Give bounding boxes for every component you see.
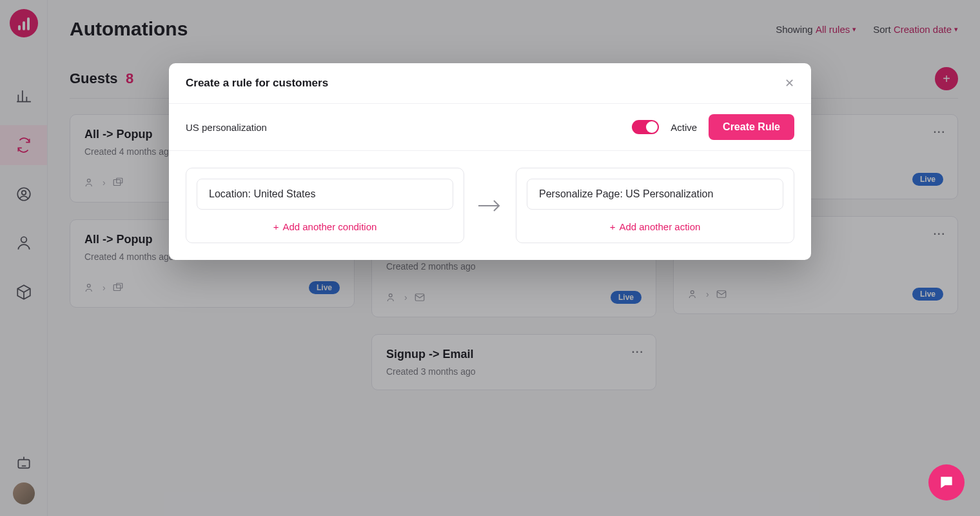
plus-icon: + [610,221,616,232]
arrow-divider [464,168,516,243]
create-rule-button[interactable]: Create Rule [709,114,794,140]
active-label: Active [671,122,697,133]
close-icon[interactable]: ✕ [785,76,794,90]
chat-icon [938,474,955,491]
chat-fab[interactable] [928,464,965,501]
condition-chip[interactable]: Location: United States [197,179,453,210]
arrow-right-icon [476,198,504,213]
conditions-panel: Location: United States + Add another co… [186,168,464,243]
modal-title: Create a rule for customers [186,77,328,90]
action-chip[interactable]: Personalize Page: US Personalization [527,179,783,210]
modal-header: Create a rule for customers ✕ [169,63,811,104]
plus-icon: + [273,221,279,232]
modal-toolbar: US personalization Active Create Rule [169,104,811,151]
add-action-button[interactable]: + Add another action [527,221,783,232]
modal-body: Location: United States + Add another co… [169,151,811,260]
actions-panel: Personalize Page: US Personalization + A… [516,168,794,243]
active-toggle[interactable] [632,120,659,134]
create-rule-modal: Create a rule for customers ✕ US persona… [169,63,811,260]
add-action-label: Add another action [619,221,700,232]
rule-name-label: US personalization [186,122,267,133]
modal-overlay: Create a rule for customers ✕ US persona… [0,0,980,516]
add-condition-label: Add another condition [282,221,377,232]
add-condition-button[interactable]: + Add another condition [197,221,453,232]
